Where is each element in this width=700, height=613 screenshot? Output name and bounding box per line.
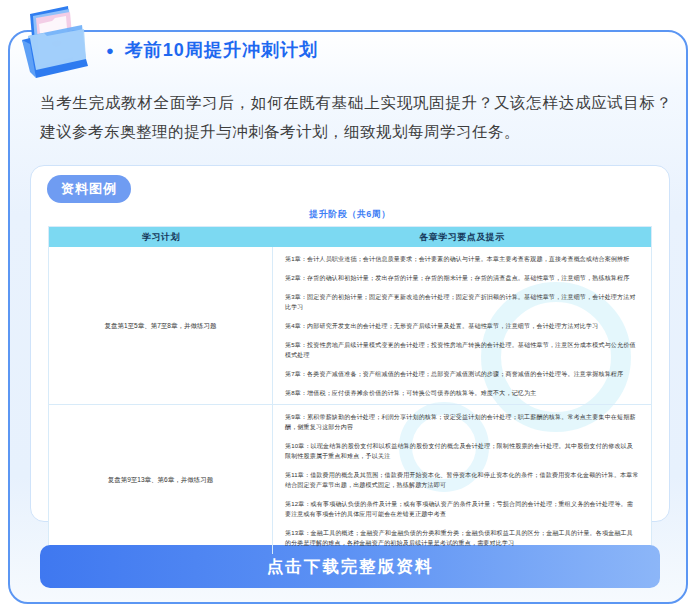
tips-cell: 第9章：累积带薪缺勤的会计处理；利润分享计划的核算；设定受益计划的会计处理；职工… [273, 405, 651, 554]
plan-cell: 复盘第1至5章、第7至8章，并做练习题 [49, 247, 273, 404]
chapter-tip: 第2章：存货的确认和初始计量；发出存货的计量；存货的期末计量；存货的清查盘点。基… [273, 268, 651, 287]
chapter-tip: 第5章：投资性房地产后续计量模式变更的会计处理；投资性房地产转换的会计处理。基础… [273, 335, 651, 364]
chapter-tip: 第4章：内部研究开发支出的会计处理；无形资产后续计量及处置。基础性章节，注意细节… [273, 316, 651, 335]
column-header-plan: 学习计划 [49, 227, 273, 247]
table-header-row: 学习计划 各章学习要点及提示 [49, 227, 651, 247]
chapter-tip: 第11章：借款费用的概念及其范围；借款费用开始资本化、暂停资本化和停止资本化的条… [273, 465, 651, 494]
bullet-icon: ● [106, 44, 115, 57]
page-title-text: 考前10周提升冲刺计划 [125, 38, 318, 62]
table-group-row: 复盘第9至13章、第6章，并做练习题第9章：累积带薪缺勤的会计处理；利润分享计划… [49, 404, 651, 554]
material-panel: 资料图例 提升阶段（共6周） 学习计划 各章学习要点及提示 复盘第1至5章、第7… [30, 165, 670, 522]
intro-paragraph: 当考生完成教材全面学习后，如何在既有基础上实现巩固提升？又该怎样达成应试目标？建… [40, 88, 672, 146]
table-group-row: 复盘第1至5章、第7至8章，并做练习题第1章：会计人员职业道德；会计信息质量要求… [49, 247, 651, 404]
tips-cell: 第1章：会计人员职业道德；会计信息质量要求；会计要素的确认与计量。本章主要考查客… [273, 247, 651, 404]
study-plan-table: 学习计划 各章学习要点及提示 复盘第1至5章、第7至8章，并做练习题第1章：会计… [48, 226, 652, 555]
chapter-tip: 第13章：金融工具的概述；金融资产和金融负债的分类和重分类；金融负债和权益工具的… [273, 523, 651, 552]
chapter-tip: 第3章：固定资产的初始计量；固定资产更新改造的会计处理；固定资产折旧额的计算。基… [273, 287, 651, 316]
table-body: 复盘第1至5章、第7至8章，并做练习题第1章：会计人员职业道德；会计信息质量要求… [49, 247, 651, 554]
page-title: ● 考前10周提升冲刺计划 [106, 38, 318, 62]
chapter-tip: 第1章：会计人员职业道德；会计信息质量要求；会计要素的确认与计量。本章主要考查客… [273, 249, 651, 268]
chapter-tip: 第10章：以现金结算的股份支付和以权益结算的股份支付的概念及会计处理；限制性股票… [273, 436, 651, 465]
folder-icon [8, 0, 104, 96]
chapter-tip: 第12章：或有事项确认负债的条件及计量；或有事项确认资产的条件及计量；亏损合同的… [273, 494, 651, 523]
panel-badge: 资料图例 [47, 175, 131, 203]
column-header-tips: 各章学习要点及提示 [273, 227, 651, 247]
chapter-tip: 第7章：各类资产减值准备；资产组减值的会计处理；总部资产减值测试的步骤；商誉减值… [273, 364, 651, 383]
stage-title: 提升阶段（共6周） [31, 208, 669, 221]
chapter-tip: 第8章：增值税；应付债券摊余价值的计算；可转换公司债券的核算等。难度不大，记忆为… [273, 383, 651, 402]
plan-cell: 复盘第9至13章、第6章，并做练习题 [49, 405, 273, 554]
chapter-tip: 第9章：累积带薪缺勤的会计处理；利润分享计划的核算；设定受益计划的会计处理；职工… [273, 407, 651, 436]
